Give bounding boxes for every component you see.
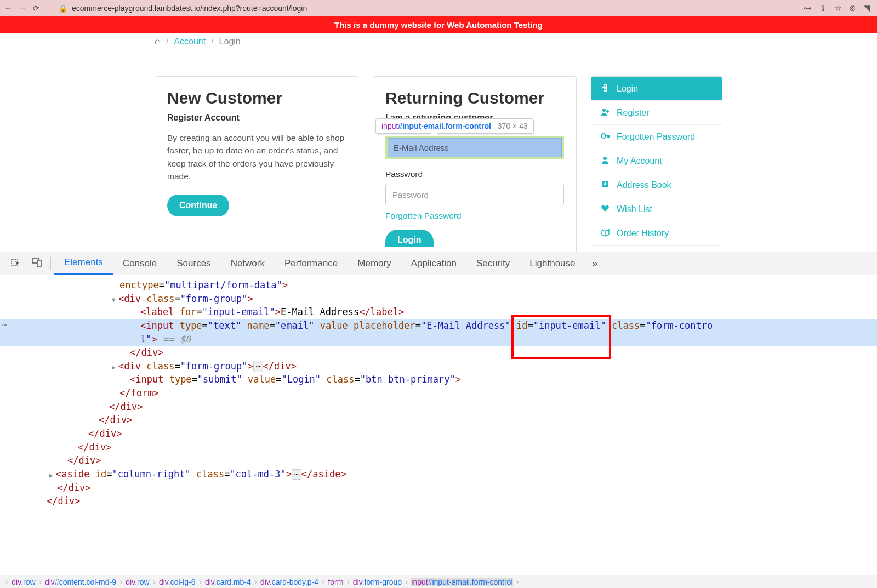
elements-panel[interactable]: enctype="multipart/form-data">▼<div clas…	[0, 275, 877, 508]
devtools-tab-lighthouse[interactable]: Lighthouse	[520, 252, 585, 275]
share-icon[interactable]: ⇧	[819, 3, 827, 13]
code-line[interactable]: ▶<div class="form-group">⋯</div>	[0, 359, 877, 373]
devtools-tab-application[interactable]: Application	[401, 252, 466, 275]
devtools-bc-item[interactable]: form	[328, 578, 343, 586]
code-line[interactable]: </div>	[0, 454, 877, 467]
code-line[interactable]: </form>	[0, 386, 877, 400]
devtools-bc-item[interactable]: div.row	[126, 578, 149, 586]
svg-point-0	[602, 109, 606, 112]
account-sidebar: LoginRegisterForgotten PasswordMy Accoun…	[591, 76, 722, 252]
devtools-bc-item[interactable]: div.card-body.p-4	[260, 578, 318, 586]
new-customer-subtitle: Register Account	[167, 113, 346, 123]
code-line[interactable]: ▶<aside id="column-right" class="col-md-…	[0, 467, 877, 481]
new-customer-title: New Customer	[167, 89, 346, 107]
code-line[interactable]: ▼<div class="form-group">	[0, 292, 877, 306]
code-line[interactable]: enctype="multipart/form-data">	[0, 278, 877, 292]
sidebar-label: Register	[617, 108, 650, 118]
nav-buttons: ← → ⟳	[4, 4, 39, 13]
svg-point-4	[605, 182, 606, 184]
code-line[interactable]: </div>	[0, 494, 877, 508]
sidebar-item-my-account[interactable]: My Account	[591, 149, 722, 173]
code-line[interactable]: l"> == $0	[0, 333, 877, 346]
back-button[interactable]: ←	[4, 4, 12, 13]
returning-title: Returning Customer	[385, 89, 564, 107]
sidebar-item-login[interactable]: Login	[591, 77, 722, 101]
code-line[interactable]: </div>	[0, 400, 877, 414]
devtools-breadcrumb[interactable]: ‹ div.row›div#content.col-md-9›div.row›d…	[0, 575, 877, 588]
devtools-tab-elements[interactable]: Elements	[54, 252, 113, 275]
devtools-bc-item[interactable]: input#input-email.form-control	[411, 578, 512, 586]
device-icon[interactable]	[26, 257, 47, 270]
address-bar[interactable]: 🔒 ecommerce-playground.lambdatest.io/ind…	[45, 4, 798, 13]
bc-scroll-right[interactable]: ›	[515, 577, 520, 587]
email-input[interactable]	[388, 138, 562, 157]
devtools-tab-console[interactable]: Console	[113, 252, 167, 275]
star-icon[interactable]: ☆	[834, 3, 841, 13]
sidebar-icon	[600, 107, 610, 118]
code-line[interactable]: </div>	[0, 346, 877, 359]
devtools-bc-item[interactable]: div.form-group	[353, 578, 402, 586]
key-icon[interactable]: ⊶	[804, 3, 812, 13]
password-input[interactable]	[385, 184, 564, 205]
devtools-tab-network[interactable]: Network	[221, 252, 275, 275]
tooltip-dims: 370 × 43	[498, 122, 528, 130]
home-icon[interactable]: ⌂	[155, 36, 161, 47]
sidebar-label: Forgotten Password	[617, 132, 695, 142]
sidebar-item-address-book[interactable]: Address Book	[591, 173, 722, 197]
inspect-icon[interactable]	[5, 257, 26, 270]
breadcrumb-sep: /	[166, 37, 168, 47]
sidebar-label: Login	[617, 84, 638, 94]
devtools-bc-item[interactable]: div.row	[12, 578, 35, 586]
code-line[interactable]: </div>	[0, 441, 877, 454]
password-label: Password	[385, 169, 564, 179]
rss-icon[interactable]: ◥	[864, 3, 870, 13]
returning-customer-card: Returning Customer I am a returning cust…	[373, 76, 577, 252]
devtools-tabs: ElementsConsoleSourcesNetworkPerformance…	[0, 252, 877, 275]
continue-button[interactable]: Continue	[167, 195, 229, 216]
sidebar-icon	[600, 156, 610, 166]
sidebar-icon	[600, 132, 610, 142]
page-content: ⌂ / Account / Login New Customer Registe…	[0, 33, 877, 252]
sidebar-item-register[interactable]: Register	[591, 101, 722, 125]
forgot-password-link[interactable]: Forgotten Password	[385, 211, 462, 221]
code-line[interactable]: <input type="submit" value="Login" class…	[0, 373, 877, 386]
devtools-tab-security[interactable]: Security	[466, 252, 520, 275]
sidebar-item-order-history[interactable]: Order History	[591, 221, 722, 246]
sidebar-label: Wish List	[617, 204, 652, 214]
devtools-tab-performance[interactable]: Performance	[275, 252, 348, 275]
devtools-bc-item[interactable]: div#content.col-md-9	[45, 578, 116, 586]
reload-button[interactable]: ⟳	[33, 4, 39, 13]
extension-icon[interactable]: ⊚	[849, 3, 856, 13]
code-line[interactable]: </div>	[0, 413, 877, 427]
devtools-more-tabs[interactable]: »	[585, 257, 605, 270]
sidebar-label: Address Book	[617, 180, 671, 190]
login-button[interactable]: Login	[385, 230, 434, 247]
forward-button[interactable]: →	[19, 4, 26, 13]
code-line[interactable]: ⋯<input type="text" name="email" value p…	[0, 319, 877, 333]
devtools-bc-item[interactable]: div.card.mb-4	[205, 578, 251, 586]
code-line[interactable]: </div>	[0, 481, 877, 495]
sidebar-item-forgotten-password[interactable]: Forgotten Password	[591, 125, 722, 149]
tooltip-selector: #input-email.form-control	[398, 122, 491, 130]
breadcrumb-account[interactable]: Account	[174, 37, 206, 47]
devtools-tab-sources[interactable]: Sources	[167, 252, 220, 275]
bc-scroll-left[interactable]: ‹	[4, 577, 9, 587]
sidebar-icon	[600, 228, 610, 238]
breadcrumb-sep: /	[211, 37, 213, 47]
sidebar-icon	[600, 180, 610, 190]
devtools-bc-item[interactable]: div.col-lg-6	[159, 578, 196, 586]
browser-toolbar: ← → ⟳ 🔒 ecommerce-playground.lambdatest.…	[0, 0, 877, 16]
dummy-banner: This is a dummy website for Web Automati…	[0, 16, 877, 33]
code-line[interactable]: </div>	[0, 427, 877, 441]
svg-point-2	[603, 157, 607, 160]
new-customer-text: By creating an account you will be able …	[167, 132, 346, 182]
sidebar-item-wish-list[interactable]: Wish List	[591, 197, 722, 221]
email-highlight-wrap	[385, 136, 564, 159]
breadcrumb-login: Login	[219, 37, 241, 47]
sidebar-icon	[600, 204, 610, 214]
sidebar-label: My Account	[617, 156, 662, 166]
toolbar-right: ⊶ ⇧ ☆ ⊚ ◥	[804, 3, 873, 13]
devtools-tab-memory[interactable]: Memory	[348, 252, 401, 275]
url-text: ecommerce-playground.lambdatest.io/index…	[72, 4, 307, 13]
code-line[interactable]: <label for="input-email">E-Mail Address<…	[0, 305, 877, 319]
